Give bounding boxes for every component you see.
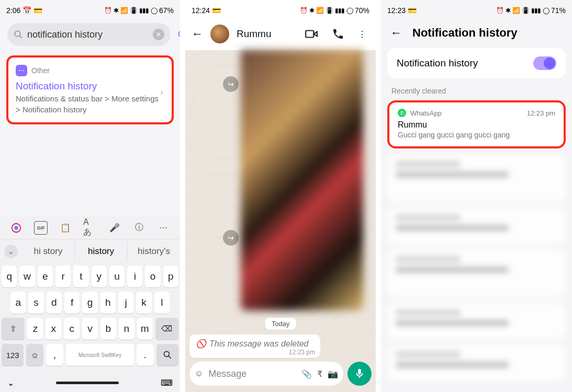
clipboard-icon[interactable]: 📋 (59, 221, 72, 235)
key-s[interactable]: s (28, 292, 43, 314)
status-time: 12:24 (192, 6, 210, 15)
notification-item-blurred[interactable] (387, 345, 566, 381)
suggestion-3[interactable]: history's (127, 242, 180, 261)
key-d[interactable]: d (47, 292, 62, 314)
mic-icon[interactable]: 🎤 (108, 221, 121, 235)
settings-search-screen: 2:06 📅 💳 ⏰ ✱ 📶 📳 ▮▮▮ ◯ 67% ✕ Cancel ⋯ Ot… (0, 0, 180, 392)
chat-area[interactable]: ↪ ↪ Today 🚫This message was deleted 12:2… (185, 50, 376, 360)
forward-button[interactable]: ↪ (223, 230, 239, 246)
key-h[interactable]: h (100, 292, 116, 314)
key-a[interactable]: a (10, 292, 26, 314)
search-field[interactable]: ✕ (7, 23, 171, 46)
period-key[interactable]: . (137, 344, 154, 366)
notification-history-screen: 12:23 💳 ⏰ ✱ 📶 📳 ▮▮▮ ◯ 71% ← Notification… (381, 0, 572, 392)
message-time: 12:23 pm (289, 349, 315, 356)
status-time: 12:23 (387, 6, 406, 15)
message-input[interactable]: ☺ Message 📎 ₹ 📷 (189, 362, 343, 386)
clear-search-button[interactable]: ✕ (153, 29, 164, 40)
key-r[interactable]: r (55, 266, 71, 287)
avatar[interactable] (210, 25, 229, 43)
key-t[interactable]: t (73, 266, 88, 287)
key-p[interactable]: p (163, 266, 178, 287)
copilot-icon[interactable] (9, 221, 23, 235)
key-k[interactable]: k (136, 292, 151, 314)
image-message[interactable] (241, 50, 363, 310)
voice-call-button[interactable] (329, 28, 347, 40)
key-b[interactable]: b (100, 318, 116, 340)
key-y[interactable]: y (92, 266, 107, 287)
whatsapp-icon: ✆ (398, 109, 406, 117)
calendar-icon: 📅 (23, 6, 31, 15)
comma-key[interactable]: , (46, 344, 63, 366)
status-battery: 71% (551, 6, 566, 15)
notification-item-blurred[interactable] (387, 208, 566, 244)
key-c[interactable]: c (64, 318, 80, 340)
notification-item-blurred[interactable] (387, 303, 566, 339)
key-z[interactable]: z (27, 318, 43, 340)
svg-line-1 (19, 36, 22, 38)
key-u[interactable]: u (109, 266, 125, 287)
key-i[interactable]: i (127, 266, 142, 287)
chat-header: ← Rummu ⋮ (185, 18, 376, 50)
shift-key[interactable]: ⇧ (2, 318, 25, 340)
key-w[interactable]: w (19, 266, 35, 287)
search-enter-key[interactable] (156, 344, 178, 366)
key-q[interactable]: q (2, 266, 17, 287)
emoji-icon[interactable]: ☺ (195, 369, 203, 378)
notification-item-blurred[interactable] (387, 155, 566, 202)
key-n[interactable]: n (119, 318, 134, 340)
cancel-button[interactable]: Cancel (178, 30, 180, 39)
notification-title: Rummu (398, 120, 555, 130)
translate-icon[interactable]: Aあ (83, 221, 97, 235)
key-m[interactable]: m (137, 318, 153, 340)
key-g[interactable]: g (82, 292, 97, 314)
search-result-notification-history[interactable]: ⋯ Other Notification history Notificatio… (6, 55, 174, 124)
notification-history-toggle-row[interactable]: Notification history (387, 48, 566, 78)
gif-icon[interactable]: GIF (34, 221, 48, 235)
notification-item-blurred[interactable] (387, 250, 566, 297)
keyboard-hide-icon[interactable]: ⌄ (7, 378, 14, 388)
key-e[interactable]: e (38, 266, 53, 287)
back-button[interactable]: ← (390, 26, 402, 40)
contact-name[interactable]: Rummu (237, 28, 294, 40)
info-icon[interactable]: ⓘ (132, 221, 146, 235)
voice-message-button[interactable] (347, 362, 372, 386)
notification-item-whatsapp[interactable]: ✆ WhatsApp 12:23 pm Rummu Gucci gang guc… (387, 100, 566, 148)
svg-line-5 (168, 356, 171, 359)
forward-button[interactable]: ↪ (223, 76, 239, 92)
svg-point-3 (15, 226, 18, 229)
key-j[interactable]: j (118, 292, 133, 314)
backspace-key[interactable]: ⌫ (155, 318, 178, 340)
key-o[interactable]: o (145, 266, 160, 287)
key-v[interactable]: v (82, 318, 98, 340)
vibrate-icon: 📳 (522, 7, 529, 14)
key-l[interactable]: l (154, 292, 170, 314)
key-x[interactable]: x (46, 318, 61, 340)
attach-icon[interactable]: 📎 (301, 369, 312, 379)
toggle-switch[interactable] (533, 56, 556, 70)
numbers-key[interactable]: 123 (2, 344, 24, 366)
blocked-icon: 🚫 (196, 339, 206, 349)
emoji-key[interactable]: ☺ (26, 344, 43, 366)
keyboard: GIF 📋 Aあ 🎤 ⓘ ⋯ ⌄ hi story history histor… (0, 216, 180, 392)
collapse-suggestions-button[interactable]: ⌄ (4, 245, 18, 258)
more-icon[interactable]: ⋯ (156, 221, 170, 235)
key-f[interactable]: f (64, 292, 80, 314)
alarm-icon: ⏰ (300, 7, 307, 14)
wifi-icon: 📶 (512, 7, 520, 14)
search-input[interactable] (27, 29, 149, 40)
space-key[interactable]: Microsoft SwiftKey (66, 344, 134, 366)
deleted-message[interactable]: 🚫This message was deleted 12:23 pm (189, 335, 320, 358)
wifi-icon: 📶 (120, 7, 128, 14)
suggestion-1[interactable]: hi story (22, 242, 74, 261)
rupee-icon[interactable]: ₹ (317, 369, 322, 379)
back-button[interactable]: ← (192, 27, 203, 41)
video-call-button[interactable] (301, 27, 321, 41)
more-menu-button[interactable]: ⋮ (355, 29, 369, 39)
vibrate-icon: 📳 (130, 7, 137, 14)
camera-icon[interactable]: 📷 (328, 369, 338, 379)
card-icon: 💳 (212, 6, 221, 15)
home-indicator[interactable] (56, 382, 119, 384)
keyboard-settings-icon[interactable]: ⌨ (161, 378, 173, 388)
suggestion-2[interactable]: history (74, 242, 127, 261)
